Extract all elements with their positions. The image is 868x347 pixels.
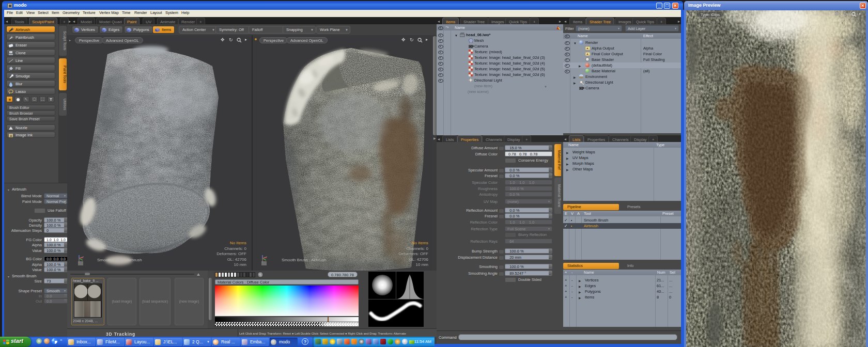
svg-text:A: A — [10, 134, 12, 138]
